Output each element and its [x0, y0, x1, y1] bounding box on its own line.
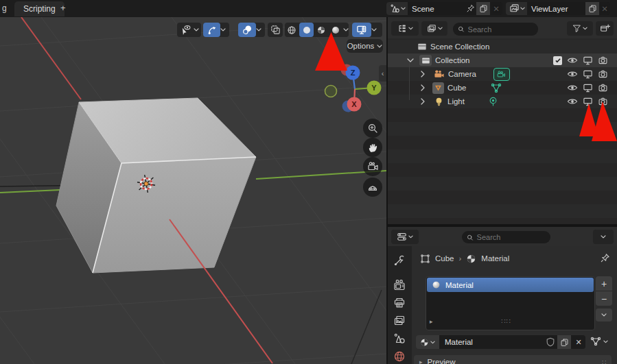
- eye-icon[interactable]: [567, 56, 578, 64]
- orthographic-toggle-button[interactable]: [363, 178, 382, 197]
- shading-solid-button[interactable]: [299, 23, 314, 37]
- render-camera-icon[interactable]: [598, 69, 608, 79]
- outliner-filter-dropdown[interactable]: [567, 21, 593, 36]
- disclosure-open-icon[interactable]: [407, 58, 414, 63]
- slot-list-grip[interactable]: ∷∷: [501, 317, 511, 325]
- overlays-dropdown[interactable]: [238, 23, 265, 37]
- viewlayer-duplicate-button[interactable]: [585, 2, 599, 15]
- light-label: Light: [447, 97, 465, 106]
- object-visibility-dropdown[interactable]: [177, 23, 201, 37]
- mesh-data-icon[interactable]: [491, 83, 502, 93]
- material-name-field[interactable]: ✕: [439, 335, 585, 349]
- tab-view-layer[interactable]: [393, 315, 406, 327]
- viewlayer-remove-button[interactable]: ✕: [599, 2, 610, 15]
- viewlayer-selector[interactable]: ViewLayer ✕: [506, 2, 610, 15]
- show-gizmo-toggle[interactable]: [203, 23, 220, 37]
- disclosure-closed-icon[interactable]: [421, 71, 426, 77]
- breadcrumb-pin[interactable]: [600, 253, 610, 263]
- options-dropdown[interactable]: Options: [347, 39, 383, 53]
- eye-icon[interactable]: [567, 70, 578, 78]
- shading-material-button[interactable]: [314, 23, 328, 37]
- properties-search[interactable]: [462, 231, 550, 243]
- tab-render[interactable]: [393, 279, 406, 291]
- material-slot-selected[interactable]: Material: [427, 278, 594, 292]
- material-link-dropdown[interactable]: [590, 337, 608, 347]
- slot-list-expand[interactable]: ▸: [430, 318, 433, 325]
- scene-browse-button[interactable]: [386, 2, 408, 15]
- add-workspace-button[interactable]: +: [60, 3, 66, 13]
- scene-duplicate-button[interactable]: [476, 2, 490, 15]
- cursor-visibility-icon: [181, 25, 191, 35]
- tab-tool[interactable]: [393, 254, 406, 267]
- outliner-search[interactable]: [453, 23, 538, 36]
- properties-options-dropdown[interactable]: [593, 230, 614, 244]
- disclosure-closed-icon[interactable]: [421, 98, 426, 105]
- pin-icon: [600, 253, 610, 263]
- camera-label: Camera: [448, 70, 476, 78]
- gizmo-y-label: Y: [371, 84, 377, 92]
- camera-data-badge[interactable]: [493, 68, 510, 81]
- properties-editor-dropdown[interactable]: [391, 230, 419, 244]
- remove-material-slot-button[interactable]: −: [596, 291, 612, 306]
- tab-world[interactable]: [393, 350, 406, 363]
- tab-partial[interactable]: g: [2, 3, 7, 13]
- chevron-down-icon: [343, 28, 349, 32]
- scene-unlink-button[interactable]: ✕: [490, 2, 502, 15]
- pan-button[interactable]: [363, 138, 382, 157]
- material-sphere-icon: [432, 280, 441, 289]
- zoom-button[interactable]: [363, 119, 382, 138]
- unlink-material-button[interactable]: ✕: [573, 338, 584, 347]
- outliner-row-scene-collection[interactable]: Scene Collection: [388, 40, 617, 53]
- duplicate-material-button[interactable]: [557, 335, 571, 349]
- duplicate-icon: [560, 338, 569, 347]
- new-collection-button[interactable]: [596, 21, 614, 36]
- scene-name[interactable]: Scene: [408, 2, 464, 15]
- tab-output[interactable]: [393, 297, 406, 309]
- browse-material-button[interactable]: [416, 335, 439, 349]
- cube-object[interactable]: [56, 98, 256, 273]
- viewport-display-toggle[interactable]: [352, 23, 371, 37]
- scene-icon: [390, 3, 400, 14]
- sidebar-collapse-arrow[interactable]: ‹: [379, 65, 386, 82]
- viewlayer-name[interactable]: ViewLayer: [527, 2, 585, 15]
- breadcrumb-object[interactable]: Cube: [435, 254, 454, 263]
- material-name-input[interactable]: [439, 338, 546, 346]
- monitor-icon[interactable]: [583, 69, 593, 80]
- camera-view-button[interactable]: [363, 157, 382, 176]
- viewlayer-browse-button[interactable]: [506, 2, 527, 15]
- outliner-filter-view-dropdown[interactable]: [421, 21, 447, 36]
- monitor-icon[interactable]: [583, 97, 593, 107]
- scene-selector[interactable]: Scene ✕: [386, 2, 502, 15]
- monitor-icon[interactable]: [583, 83, 593, 93]
- viewport-3d[interactable]: Z Y X: [0, 17, 386, 364]
- gizmos-dropdown[interactable]: [203, 23, 229, 37]
- monitor-icon[interactable]: [583, 56, 593, 66]
- render-camera-icon[interactable]: [598, 56, 608, 65]
- add-material-slot-button[interactable]: +: [596, 276, 612, 291]
- tab-scripting[interactable]: Scripting: [14, 1, 65, 16]
- breadcrumb-data[interactable]: Material: [481, 254, 509, 263]
- gizmo-axis-neg-y[interactable]: [325, 86, 337, 97]
- viewport-display-dropdown[interactable]: [352, 23, 382, 37]
- eye-icon[interactable]: [567, 97, 578, 106]
- tab-scene[interactable]: [393, 332, 406, 345]
- render-camera-icon[interactable]: [598, 83, 608, 93]
- collection-checkbox[interactable]: [553, 56, 562, 65]
- properties-search-input[interactable]: [477, 233, 546, 241]
- fake-user-shield-icon[interactable]: [546, 337, 555, 347]
- shading-wireframe-button[interactable]: [285, 23, 299, 37]
- gizmo-x-label: X: [351, 100, 357, 108]
- outliner-display-mode-dropdown[interactable]: [391, 21, 419, 36]
- show-overlays-toggle[interactable]: [238, 23, 256, 37]
- pin-icon[interactable]: [464, 2, 476, 15]
- material-specials-dropdown[interactable]: [596, 308, 612, 321]
- monitor-link-icon: [356, 25, 367, 35]
- outliner-search-input[interactable]: [468, 25, 533, 34]
- collection-toggles: [553, 53, 608, 67]
- options-label: Options: [347, 42, 375, 50]
- preview-panel-header[interactable]: ▸ Preview ∷: [414, 355, 612, 364]
- eye-icon[interactable]: [567, 84, 578, 92]
- light-data-icon[interactable]: [488, 97, 498, 107]
- disclosure-closed-icon[interactable]: [421, 84, 426, 91]
- xray-toggle[interactable]: [268, 23, 283, 37]
